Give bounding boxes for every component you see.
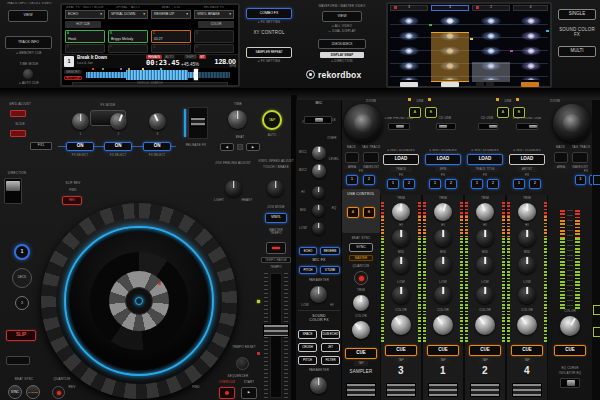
input-selector-ch2[interactable]: [478, 123, 498, 130]
cue-button[interactable]: CUE: [469, 345, 501, 356]
tab-color[interactable]: COLOR: [198, 21, 234, 28]
deck-footer-badge[interactable]: [400, 82, 418, 87]
fx-assign-1[interactable]: 1: [429, 179, 441, 189]
beat-center-button[interactable]: [237, 144, 243, 150]
slide-button[interactable]: [10, 130, 26, 137]
sampler-sync-button[interactable]: SYNC: [349, 243, 373, 252]
color-fx-parameter-knob[interactable]: [310, 377, 327, 394]
fx3-on-button[interactable]: ON: [143, 142, 171, 151]
color-fx-jet-button[interactable]: JET: [321, 343, 340, 352]
tempo-fader-cap[interactable]: [263, 324, 289, 337]
fx-knob-3[interactable]: [149, 113, 166, 130]
release-fx-fader[interactable]: [188, 107, 208, 139]
tempo-reset-button[interactable]: [236, 357, 249, 370]
low-knob[interactable]: [392, 286, 410, 304]
color-fx-pitch-button[interactable]: PITCH: [298, 356, 317, 365]
edge-fx-button-partial[interactable]: [593, 175, 600, 185]
left-touchscreen[interactable]: BEAT FX · MULTI MODE SPIRAL · AUTO BEAT …: [60, 3, 240, 87]
slip-button[interactable]: SLIP: [6, 330, 36, 341]
fx-assign-1[interactable]: 1: [387, 179, 399, 189]
cue-button[interactable]: CUE: [427, 345, 459, 356]
master-tempo-button[interactable]: [266, 242, 286, 254]
fx-assign-2[interactable]: 2: [487, 179, 499, 189]
sampler-color-knob[interactable]: [352, 321, 370, 339]
track-waveform[interactable]: [86, 69, 234, 80]
hot-cue-pad-c[interactable]: C 01:27: [151, 30, 191, 43]
trim-knob[interactable]: [476, 203, 494, 221]
color-knob[interactable]: [517, 315, 537, 335]
hot-cue-pad-d[interactable]: D: [194, 30, 234, 43]
grid-adjust-button[interactable]: [10, 110, 26, 117]
fx-assign-1[interactable]: 1: [471, 179, 483, 189]
edge-pad-button-partial[interactable]: [593, 305, 600, 315]
direction-switch[interactable]: [4, 178, 22, 204]
sampler-master-badge[interactable]: MASTER: [349, 255, 373, 261]
color-knob[interactable]: [391, 315, 411, 335]
color-fx-space-button[interactable]: SPACE: [298, 330, 317, 339]
fx-assign-1[interactable]: 1: [513, 179, 525, 189]
browse-knob-right[interactable]: [553, 104, 591, 142]
deck-footer-badge[interactable]: [486, 82, 494, 87]
trim-knob[interactable]: [518, 203, 536, 221]
mid-knob[interactable]: [518, 256, 536, 274]
shift-button[interactable]: [6, 356, 30, 365]
tempo-range-button[interactable]: TEMPO RANGE: [261, 257, 291, 263]
load-button[interactable]: LOAD: [467, 154, 503, 165]
fx-dropdown-vinyl-brake[interactable]: VINYL BRAKE▾: [194, 10, 234, 19]
low-knob[interactable]: [434, 286, 452, 304]
usb-control-a-button[interactable]: A: [347, 207, 359, 218]
view-button-center[interactable]: VIEW: [322, 11, 362, 22]
fx-dropdown-echo[interactable]: ECHO▾: [65, 10, 105, 19]
browse-knob-left[interactable]: [344, 104, 382, 142]
single-button[interactable]: SINGLE: [558, 9, 596, 20]
multi-button[interactable]: MULTI: [558, 46, 596, 57]
deck-select-1[interactable]: 1: [14, 244, 30, 260]
deck-footer-badge[interactable]: [441, 82, 459, 87]
vinyl-speed-knob[interactable]: [267, 180, 284, 197]
mic2-knob[interactable]: [312, 164, 326, 178]
hot-cue-pad-b[interactable]: B Briggs Melody: [108, 30, 148, 43]
mid-knob[interactable]: [434, 256, 452, 274]
cue-button[interactable]: CUE: [385, 345, 417, 356]
mic-hi-knob[interactable]: [312, 186, 325, 199]
sort-badge[interactable]: BPM: [435, 167, 451, 172]
trim-knob[interactable]: [392, 203, 410, 221]
track-info-button[interactable]: TRACK INFO: [5, 36, 52, 49]
input-selector-ch3[interactable]: [388, 123, 410, 130]
edge-pad-button-partial[interactable]: [593, 327, 600, 337]
usb-control-b-button[interactable]: B: [363, 207, 375, 218]
color-knob[interactable]: [475, 315, 495, 335]
hot-cue-pad-f[interactable]: F: [108, 44, 148, 53]
input-selector-ch4[interactable]: [516, 123, 538, 130]
deck-footer-badge[interactable]: [476, 82, 484, 87]
sort-badge[interactable]: TRACK TITLE: [471, 167, 499, 172]
mic-parameter-knob[interactable]: [310, 286, 327, 303]
low-knob[interactable]: [518, 286, 536, 304]
eq-curve-switch[interactable]: [560, 378, 580, 388]
fx2-on-button[interactable]: ON: [104, 142, 132, 151]
deck-header-1[interactable]: 1: [431, 5, 469, 11]
time-mode-knob[interactable]: [23, 69, 33, 79]
channel-fader[interactable]: [512, 383, 542, 397]
fx-dropdown-reverb-up[interactable]: REVERB UP▾: [151, 10, 191, 19]
deck-select-3[interactable]: 3: [15, 296, 29, 310]
master-color-knob[interactable]: [560, 316, 580, 336]
sampler-trim-knob[interactable]: [353, 295, 369, 311]
hot-cue-pad-h[interactable]: H: [194, 44, 234, 53]
quantize-button[interactable]: [52, 386, 65, 399]
sampler-quantize-button[interactable]: [354, 271, 368, 285]
hi-knob[interactable]: [392, 229, 410, 247]
sync-button[interactable]: SYNC: [8, 385, 22, 399]
needle-search-strip[interactable]: NEEDLE SEARCH: [72, 82, 228, 86]
master-cue-button[interactable]: CUE: [554, 345, 586, 356]
fx-assign-2[interactable]: 2: [363, 175, 375, 185]
mic-low-knob[interactable]: [312, 222, 325, 235]
color-fx-filter-button[interactable]: FILTER: [321, 356, 340, 365]
sampler-repeat-button[interactable]: SAMPLER REPEAT: [246, 47, 292, 58]
deck-button[interactable]: DECK: [12, 268, 32, 288]
mic-reverb-button[interactable]: REVERB: [320, 247, 340, 255]
color-knob[interactable]: [433, 315, 453, 335]
channel-fader[interactable]: [428, 383, 458, 397]
master-button[interactable]: MASTER: [26, 385, 40, 399]
hot-cue-pad-a[interactable]: A Hook: [65, 30, 105, 43]
